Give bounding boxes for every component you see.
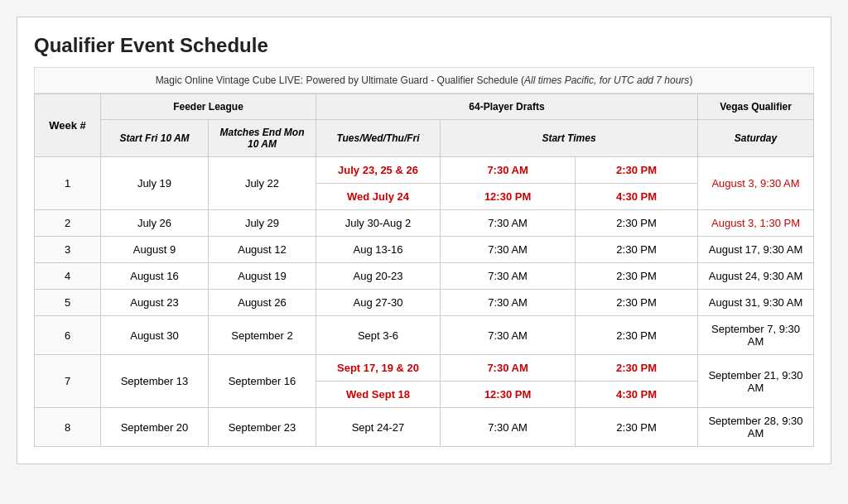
time1-cell: 12:30 PM: [441, 184, 576, 210]
time1-cell: 7:30 AM: [441, 263, 576, 290]
time1-cell: 12:30 PM: [441, 382, 576, 408]
matches-end-cell: September 23: [209, 408, 316, 447]
time1-cell: 7:30 AM: [441, 408, 576, 447]
page-container: Qualifier Event Schedule Magic Online Vi…: [17, 17, 831, 464]
tues-fri-cell: Wed July 24: [316, 184, 441, 210]
time1-cell: 7:30 AM: [441, 290, 576, 316]
matches-end-cell: September 2: [209, 316, 316, 355]
time1-cell: 7:30 AM: [441, 316, 576, 355]
time1-cell: 7:30 AM: [441, 157, 576, 184]
start-fri-cell: August 16: [101, 263, 209, 290]
matches-end-cell: August 19: [209, 263, 316, 290]
drafts-64-header: 64-Player Drafts: [316, 94, 698, 120]
tues-fri-cell: July 30-Aug 2: [316, 210, 441, 237]
tues-fri-cell: Aug 27-30: [316, 290, 441, 316]
week-num: 5: [35, 290, 101, 316]
week-num: 8: [35, 408, 101, 447]
time2-cell: 4:30 PM: [576, 184, 698, 210]
week-num: 6: [35, 316, 101, 355]
time2-cell: 2:30 PM: [576, 210, 698, 237]
feeder-league-header: Feeder League: [101, 94, 316, 120]
matches-end-cell: August 12: [209, 237, 316, 263]
start-fri-cell: September 13: [101, 355, 209, 408]
tues-fri-cell: July 23, 25 & 26: [316, 157, 441, 184]
tues-fri-cell: Aug 13-16: [316, 237, 441, 263]
time2-cell: 2:30 PM: [576, 290, 698, 316]
start-fri-cell: August 9: [101, 237, 209, 263]
start-fri-header: Start Fri 10 AM: [101, 120, 209, 157]
time2-cell: 2:30 PM: [576, 408, 698, 447]
tues-fri-cell: Wed Sept 18: [316, 382, 441, 408]
vegas-cell: August 31, 9:30 AM: [698, 290, 814, 316]
tues-fri-header: Tues/Wed/Thu/Fri: [316, 120, 441, 157]
week-num: 2: [35, 210, 101, 237]
vegas-cell: September 21, 9:30 AM: [698, 355, 814, 408]
tues-fri-cell: Sept 24-27: [316, 408, 441, 447]
matches-end-header: Matches End Mon 10 AM: [209, 120, 316, 157]
tues-fri-cell: Aug 20-23: [316, 263, 441, 290]
vegas-qualifier-header: Vegas Qualifier: [698, 94, 814, 120]
vegas-cell: September 7, 9:30 AM: [698, 316, 814, 355]
time2-cell: 2:30 PM: [576, 263, 698, 290]
matches-end-cell: July 29: [209, 210, 316, 237]
time2-cell: 4:30 PM: [576, 382, 698, 408]
start-fri-cell: August 30: [101, 316, 209, 355]
time2-cell: 2:30 PM: [576, 316, 698, 355]
week-num: 3: [35, 237, 101, 263]
start-times-header: Start Times: [441, 120, 698, 157]
time2-cell: 2:30 PM: [576, 157, 698, 184]
time2-cell: 2:30 PM: [576, 237, 698, 263]
start-fri-cell: September 20: [101, 408, 209, 447]
start-fri-cell: July 26: [101, 210, 209, 237]
vegas-cell: August 3, 1:30 PM: [698, 210, 814, 237]
time2-cell: 2:30 PM: [576, 355, 698, 382]
vegas-cell: August 24, 9:30 AM: [698, 263, 814, 290]
time1-cell: 7:30 AM: [441, 210, 576, 237]
start-fri-cell: July 19: [101, 157, 209, 210]
week-num: 1: [35, 157, 101, 210]
matches-end-cell: August 26: [209, 290, 316, 316]
week-header: Week #: [35, 94, 101, 157]
start-fri-cell: August 23: [101, 290, 209, 316]
tues-fri-cell: Sept 17, 19 & 20: [316, 355, 441, 382]
time1-cell: 7:30 AM: [441, 355, 576, 382]
week-num: 4: [35, 263, 101, 290]
subtitle: Magic Online Vintage Cube LIVE: Powered …: [34, 67, 814, 94]
matches-end-cell: September 16: [209, 355, 316, 408]
matches-end-cell: July 22: [209, 157, 316, 210]
vegas-cell: August 17, 9:30 AM: [698, 237, 814, 263]
time1-cell: 7:30 AM: [441, 237, 576, 263]
schedule-table: Week # Feeder League 64-Player Drafts Ve…: [34, 94, 814, 447]
tues-fri-cell: Sept 3-6: [316, 316, 441, 355]
saturday-header: Saturday: [698, 120, 814, 157]
vegas-cell: August 3, 9:30 AM: [698, 157, 814, 210]
week-num: 7: [35, 355, 101, 408]
page-title: Qualifier Event Schedule: [34, 34, 814, 57]
vegas-cell: September 28, 9:30 AM: [698, 408, 814, 447]
